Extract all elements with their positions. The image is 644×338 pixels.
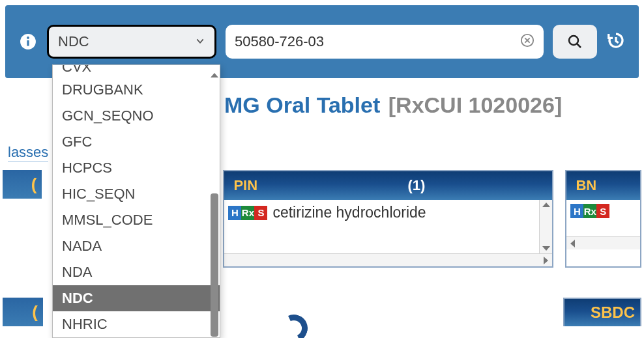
clear-icon[interactable] xyxy=(520,33,534,50)
source-badges: H Rx S xyxy=(570,204,609,218)
history-icon[interactable] xyxy=(606,31,626,53)
dropdown-scrollbar[interactable] xyxy=(211,73,218,335)
vertical-scrollbar[interactable] xyxy=(539,200,552,253)
scroll-thumb[interactable] xyxy=(211,193,218,337)
svg-point-4 xyxy=(569,36,578,45)
svg-line-5 xyxy=(577,44,581,48)
horizontal-scrollbar[interactable] xyxy=(566,236,640,249)
dropdown-option-selected[interactable]: NDC xyxy=(53,285,220,311)
search-icon xyxy=(567,34,583,49)
panel-code: PIN xyxy=(233,177,278,194)
search-input[interactable] xyxy=(235,33,514,50)
dropdown-option[interactable]: NDA xyxy=(53,259,220,285)
panel-pin: PIN (1) H Rx S cetirizine hydrochloride xyxy=(223,170,553,268)
panel-header-sbdc: SBDC xyxy=(563,298,641,326)
scroll-left-icon[interactable] xyxy=(570,240,575,247)
id-type-dropdown: CVX DRUGBANK GCN_SEQNO GFC HCPCS HIC_SEQ… xyxy=(52,64,220,338)
scroll-down-icon[interactable] xyxy=(542,246,550,251)
scroll-up-arrow-icon[interactable] xyxy=(211,73,218,77)
dropdown-option[interactable]: GCN_SEQNO xyxy=(53,103,220,129)
badge-s-icon: S xyxy=(254,206,267,220)
panel-bn: BN H Rx S xyxy=(565,170,641,268)
horizontal-scrollbar[interactable] xyxy=(224,253,552,266)
panel-count: (1) xyxy=(289,177,543,194)
scroll-right-icon[interactable] xyxy=(544,257,548,264)
dropdown-option[interactable]: GFC xyxy=(53,129,220,155)
list-item[interactable]: H Rx S xyxy=(570,204,636,218)
panel-code: SBDC xyxy=(591,303,635,322)
panel-code: BN xyxy=(576,177,620,194)
panel-stub-left-2: ( xyxy=(3,298,43,326)
dropdown-option[interactable]: CVX xyxy=(53,65,220,77)
dropdown-option[interactable]: HCPCS xyxy=(53,155,220,181)
dropdown-option[interactable]: DRUGBANK xyxy=(53,77,220,103)
list-item[interactable]: H Rx S cetirizine hydrochloride xyxy=(228,204,535,221)
search-button[interactable] xyxy=(553,25,597,59)
ingredient-name: cetirizine hydrochloride xyxy=(272,204,426,221)
dropdown-option[interactable]: NHRIC xyxy=(53,311,220,337)
badge-s-icon: S xyxy=(596,204,609,218)
drug-title: MG Oral Tablet xyxy=(224,92,380,117)
scroll-up-icon[interactable] xyxy=(542,203,550,207)
dropdown-option[interactable]: MMSL_CODE xyxy=(53,207,220,233)
badge-h-icon: H xyxy=(228,206,241,220)
info-icon[interactable] xyxy=(18,32,38,51)
id-type-select[interactable]: NDC xyxy=(47,25,216,59)
dropdown-option[interactable]: HIC_SEQN xyxy=(53,181,220,207)
rxcui-code: [RxCUI 1020026] xyxy=(388,92,562,117)
panel-header-bn: BN xyxy=(566,171,640,200)
panel-header-pin: PIN (1) xyxy=(224,171,552,200)
svg-point-2 xyxy=(27,36,29,39)
badge-h-icon: H xyxy=(570,204,583,218)
source-badges: H Rx S xyxy=(228,206,267,220)
chevron-down-icon xyxy=(195,33,205,50)
svg-rect-1 xyxy=(27,40,29,46)
logo-fragment xyxy=(280,303,315,338)
classes-link[interactable]: lasses xyxy=(8,144,48,162)
badge-rx-icon: Rx xyxy=(241,206,254,220)
badge-rx-icon: Rx xyxy=(583,204,596,218)
search-input-wrap xyxy=(226,25,544,59)
dropdown-option[interactable]: NADA xyxy=(53,233,220,259)
logo-swirl-icon xyxy=(276,311,312,338)
id-type-value: NDC xyxy=(58,33,89,50)
panel-stub-left: ( xyxy=(3,170,42,199)
